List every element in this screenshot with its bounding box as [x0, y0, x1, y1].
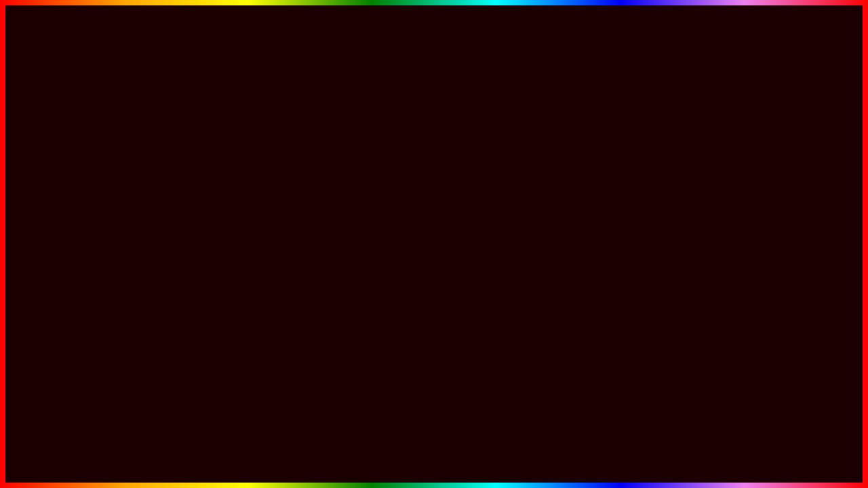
right-labels: WORK MOBILE — [664, 188, 827, 281]
panel-front-astron-btn[interactable]: Astron0mlcal — [414, 284, 515, 299]
auto-farm-players-dot — [540, 310, 549, 319]
bottom-section: AUTO FARM SCRIPT PASTEBIN — [0, 405, 868, 474]
left-labels: MOBILE ✔ ANDROID ✔ — [34, 200, 239, 288]
panel-front-auto-farm-players: Auto Farm Players — [406, 304, 557, 325]
best-label: BEST — [487, 165, 566, 204]
android-label: ANDROID ✔ — [34, 244, 239, 288]
astron-arrow: > — [545, 287, 549, 296]
android-check: ✔ — [208, 245, 239, 286]
panel-front-combat: Combat - — [406, 258, 557, 279]
panel-front-discord-btn[interactable]: Discord — [412, 241, 551, 256]
panel-front-astron-row: Astron0mlcal > — [406, 279, 557, 304]
auto-level-dot — [541, 223, 549, 231]
auto-farm-label: AUTO FARM — [71, 405, 444, 473]
panel-front-esp-players: ESP PLAYERS — [406, 325, 557, 346]
title-text: FRUIT BATTLEGROUNDS — [69, 13, 800, 75]
work-label: WORK MOBILE — [664, 188, 827, 281]
panel-front-auto-level: Auto Level Fruits — [406, 217, 557, 238]
mobile-label: MOBILE ✔ — [34, 200, 239, 244]
panel-back-auto-farm: Auto Farm - — [294, 152, 446, 173]
panel-back-header: Winnable Hub / FB - — [294, 131, 446, 152]
mobile-check: ✔ — [181, 201, 212, 242]
esp-players-dot — [540, 331, 549, 340]
main-title: FRUIT BATTLEGROUNDS — [0, 12, 868, 76]
bottom-text: AUTO FARM SCRIPT PASTEBIN — [0, 405, 868, 474]
script-pastebin-label: SCRIPT PASTEBIN — [462, 428, 797, 468]
